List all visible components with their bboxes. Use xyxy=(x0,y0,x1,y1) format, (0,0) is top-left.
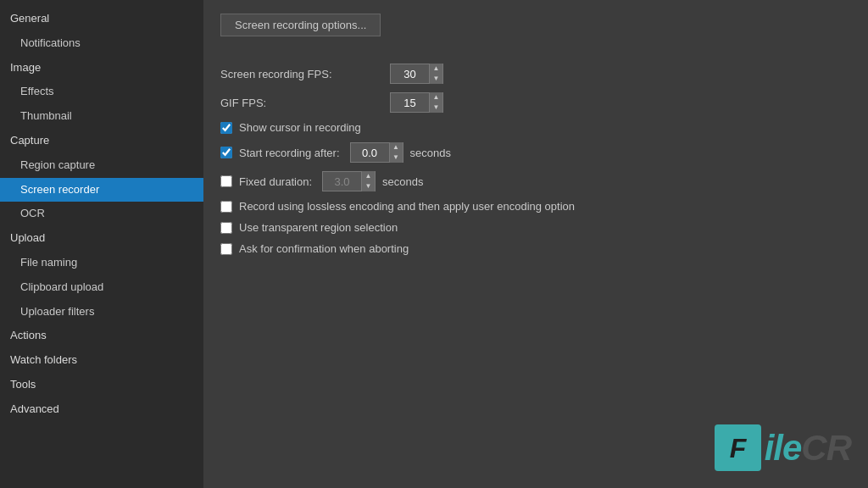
start-recording-input[interactable] xyxy=(351,143,389,162)
screen-recording-options-button[interactable]: Screen recording options... xyxy=(220,14,381,36)
sidebar-item-watch-folders[interactable]: Watch folders xyxy=(0,348,203,373)
fixed-duration-down-button[interactable]: ▼ xyxy=(361,181,375,191)
sidebar-item-general[interactable]: General xyxy=(0,7,203,31)
start-recording-spinner-buttons: ▲ ▼ xyxy=(389,142,403,163)
fps-row: Screen recording FPS: ▲ ▼ xyxy=(220,64,851,84)
sidebar-item-notifications[interactable]: Notifications xyxy=(0,31,203,56)
transparent-checkbox[interactable] xyxy=(220,222,232,234)
sidebar: GeneralNotificationsImageEffectsThumbnai… xyxy=(0,0,203,488)
watermark-text-cr: CR xyxy=(801,428,851,469)
fps-input[interactable] xyxy=(391,64,429,83)
gif-fps-spinner-buttons: ▲ ▼ xyxy=(429,92,442,113)
sidebar-item-clipboard-upload[interactable]: Clipboard upload xyxy=(0,275,203,300)
show-cursor-row: Show cursor in recording xyxy=(220,121,851,134)
watermark-text-main: ile xyxy=(765,428,802,469)
sidebar-item-effects[interactable]: Effects xyxy=(0,80,203,104)
sidebar-item-screen-recorder[interactable]: Screen recorder xyxy=(0,178,203,202)
main-container: GeneralNotificationsImageEffectsThumbnai… xyxy=(0,0,868,488)
sidebar-item-image[interactable]: Image xyxy=(0,56,203,80)
fps-up-button[interactable]: ▲ xyxy=(429,64,442,74)
sidebar-item-thumbnail[interactable]: Thumbnail xyxy=(0,104,203,129)
fixed-duration-label: Fixed duration: xyxy=(239,175,312,188)
watermark-icon: F xyxy=(715,424,761,471)
start-recording-label: Start recording after: xyxy=(239,147,340,159)
gif-fps-row: GIF FPS: ▲ ▼ xyxy=(220,92,851,113)
start-recording-checkbox[interactable] xyxy=(220,147,232,158)
fps-label: Screen recording FPS: xyxy=(220,68,390,80)
lossless-row: Record using lossless encoding and then … xyxy=(220,200,851,213)
ask-confirmation-row: Ask for confirmation when aborting xyxy=(220,242,851,255)
start-recording-spinner[interactable]: ▲ ▼ xyxy=(350,142,403,163)
fixed-duration-input[interactable] xyxy=(323,172,361,191)
fps-down-button[interactable]: ▼ xyxy=(429,74,442,84)
sidebar-item-uploader-filters[interactable]: Uploader filters xyxy=(0,300,203,324)
ask-confirmation-checkbox[interactable] xyxy=(220,243,232,255)
ask-confirmation-label: Ask for confirmation when aborting xyxy=(239,242,409,255)
gif-fps-label: GIF FPS: xyxy=(220,97,390,109)
sidebar-item-region-capture[interactable]: Region capture xyxy=(0,153,203,178)
sidebar-item-upload[interactable]: Upload xyxy=(0,226,203,251)
content-panel: Screen recording options... Screen recor… xyxy=(203,0,868,488)
start-recording-down-button[interactable]: ▼ xyxy=(389,152,403,163)
fixed-duration-up-button[interactable]: ▲ xyxy=(361,171,375,181)
gif-fps-spinner[interactable]: ▲ ▼ xyxy=(390,92,443,113)
gif-fps-up-button[interactable]: ▲ xyxy=(429,92,442,103)
start-recording-row: Start recording after: ▲ ▼ seconds xyxy=(220,142,851,163)
fixed-duration-row: Fixed duration: ▲ ▼ seconds xyxy=(220,171,851,191)
fps-spinner-buttons: ▲ ▼ xyxy=(429,64,442,84)
start-recording-seconds: seconds xyxy=(410,147,451,159)
gif-fps-down-button[interactable]: ▼ xyxy=(429,103,442,113)
fixed-duration-seconds: seconds xyxy=(382,175,423,188)
sidebar-item-actions[interactable]: Actions xyxy=(0,324,203,348)
lossless-label: Record using lossless encoding and then … xyxy=(239,200,575,213)
fixed-duration-checkbox[interactable] xyxy=(220,175,232,187)
sidebar-item-file-naming[interactable]: File naming xyxy=(0,251,203,275)
sidebar-item-capture[interactable]: Capture xyxy=(0,129,203,153)
watermark: F ileCR xyxy=(715,424,851,471)
show-cursor-label: Show cursor in recording xyxy=(239,121,361,134)
show-cursor-checkbox[interactable] xyxy=(220,122,232,134)
sidebar-item-tools[interactable]: Tools xyxy=(0,373,203,397)
sidebar-item-ocr[interactable]: OCR xyxy=(0,202,203,226)
start-recording-up-button[interactable]: ▲ xyxy=(389,142,403,152)
fps-spinner[interactable]: ▲ ▼ xyxy=(390,64,443,84)
transparent-row: Use transparent region selection xyxy=(220,221,851,234)
fixed-duration-spinner-buttons: ▲ ▼ xyxy=(361,171,375,191)
svg-text:F: F xyxy=(729,433,747,463)
sidebar-item-advanced[interactable]: Advanced xyxy=(0,397,203,422)
transparent-label: Use transparent region selection xyxy=(239,221,398,234)
gif-fps-input[interactable] xyxy=(391,93,429,112)
lossless-checkbox[interactable] xyxy=(220,201,232,213)
fixed-duration-spinner[interactable]: ▲ ▼ xyxy=(322,171,376,191)
